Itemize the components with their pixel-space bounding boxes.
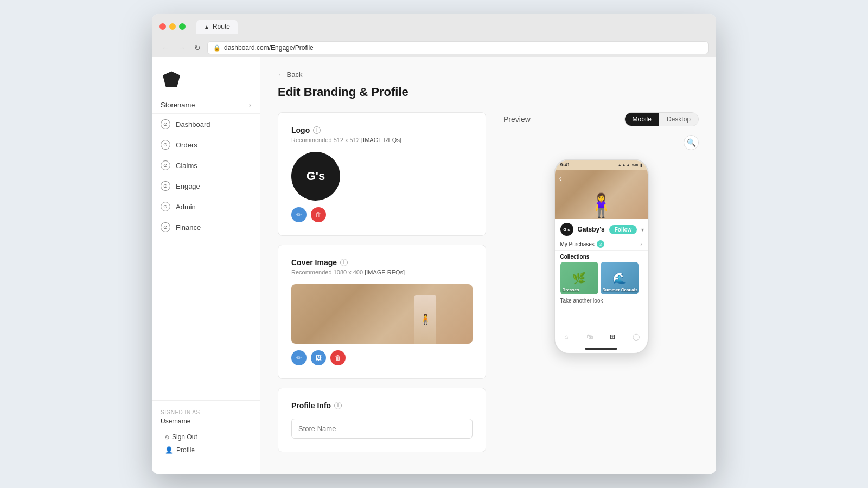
storename-row[interactable]: Storename › xyxy=(152,97,260,114)
phone-status-bar: 9:41 ▲▲▲ wifi ▮ xyxy=(555,160,648,170)
left-column: Logo i Recommended 512 x 512 [IMAGE REQs… xyxy=(278,112,486,461)
cover-delete-button[interactable]: 🗑 xyxy=(330,350,346,365)
signal-icon: ▲▲▲ xyxy=(617,163,630,168)
forward-nav-button[interactable]: → xyxy=(176,42,188,53)
purchases-badge: 3 xyxy=(597,240,604,248)
logo-actions: ✏ 🗑 xyxy=(291,207,473,222)
phone-home-indicator xyxy=(585,348,617,350)
cover-actions: ✏ 🖼 🗑 xyxy=(291,350,473,365)
collections-grid: 🌿 Dresses 🌊 Summer Casuals xyxy=(555,262,648,294)
claims-label: Claims xyxy=(176,162,197,170)
cover-info-icon[interactable]: i xyxy=(340,259,348,266)
back-button[interactable]: ← Back xyxy=(278,70,303,79)
logo-section-title: Logo i xyxy=(291,126,473,134)
admin-icon: ⊙ xyxy=(161,202,170,211)
sidebar-item-orders[interactable]: ⊙ Orders xyxy=(152,134,260,155)
collection-item-dresses[interactable]: 🌿 Dresses xyxy=(560,262,598,294)
profile-info-section: Profile Info i xyxy=(278,388,486,452)
cover-figure: 🧍 xyxy=(414,295,436,344)
phone-avatar-initials: G's xyxy=(563,227,570,232)
tab-label: Route xyxy=(213,23,230,30)
phone-nav-grid-icon[interactable]: ⊞ xyxy=(607,331,618,342)
store-name-input[interactable] xyxy=(291,419,473,439)
follow-button[interactable]: Follow xyxy=(609,225,637,234)
profile-info-title: Profile Info i xyxy=(291,401,473,410)
mobile-toggle-button[interactable]: Mobile xyxy=(625,113,659,126)
cover-image-req-link[interactable]: [IMAGE REQs] xyxy=(365,269,405,275)
status-icons: ▲▲▲ wifi ▮ xyxy=(617,163,642,168)
address-bar[interactable]: 🔒 dashboard.com/Engage/Profile xyxy=(207,41,709,54)
logo-edit-button[interactable]: ✏ xyxy=(291,207,307,222)
app-body: Storename › ⊙ Dashboard ⊙ Orders ⊙ Claim… xyxy=(152,57,716,474)
sidebar-logo xyxy=(152,66,260,97)
dashboard-icon: ⊙ xyxy=(161,119,170,129)
sidebar-item-admin[interactable]: ⊙ Admin xyxy=(152,196,260,217)
signed-in-label: SIGNED IN AS xyxy=(161,409,251,415)
sign-out-icon: ⎋ xyxy=(165,433,169,441)
sign-out-button[interactable]: ⎋ Sign Out xyxy=(161,431,251,444)
view-toggle: Mobile Desktop xyxy=(624,112,699,126)
back-nav-button[interactable]: ← xyxy=(159,42,171,53)
desktop-toggle-button[interactable]: Desktop xyxy=(659,113,698,126)
browser-nav: ← → ↻ 🔒 dashboard.com/Engage/Profile xyxy=(159,38,709,57)
phone-chevron-down-icon[interactable]: ▾ xyxy=(641,227,644,233)
page-title: Edit Branding & Profile xyxy=(278,85,699,99)
sidebar-item-claims[interactable]: ⊙ Claims xyxy=(152,155,260,176)
minimize-button[interactable] xyxy=(169,23,176,30)
logo-rec-text: Recommended 512 x 512 [IMAGE REQs] xyxy=(291,137,473,143)
profile-info-icon[interactable]: i xyxy=(334,402,342,409)
storename-chevron-icon: › xyxy=(249,101,251,109)
zoom-button[interactable]: 🔍 xyxy=(684,135,699,150)
cover-rec-text: Recommended 1080 x 400 [IMAGE REQs] xyxy=(291,269,473,275)
purchases-chevron-icon: › xyxy=(640,241,642,247)
reload-button[interactable]: ↻ xyxy=(192,42,203,53)
sidebar: Storename › ⊙ Dashboard ⊙ Orders ⊙ Claim… xyxy=(152,57,260,474)
logo-preview: G's xyxy=(291,152,340,201)
sign-out-label: Sign Out xyxy=(172,433,197,441)
phone-mockup: 9:41 ▲▲▲ wifi ▮ ‹ 🧍‍♀️ xyxy=(554,159,649,354)
lock-icon: 🔒 xyxy=(213,44,221,52)
storename-label: Storename xyxy=(161,101,195,109)
battery-icon: ▮ xyxy=(640,163,642,168)
browser-chrome: ▲ Route ← → ↻ 🔒 dashboard.com/Engage/Pro… xyxy=(152,14,716,57)
maximize-button[interactable] xyxy=(179,23,186,30)
admin-label: Admin xyxy=(176,203,196,211)
close-button[interactable] xyxy=(159,23,166,30)
zoom-area: 🔍 xyxy=(503,135,699,155)
phone-store-name: Gatsby's xyxy=(578,226,605,233)
sidebar-item-dashboard[interactable]: ⊙ Dashboard xyxy=(152,114,260,134)
phone-bottom-nav: ⌂ 🛍 ⊞ ◯ xyxy=(555,328,648,345)
cover-edit-button[interactable]: ✏ xyxy=(291,350,307,365)
my-purchases-label: My Purchases xyxy=(560,241,595,247)
sidebar-item-engage[interactable]: ⊙ Engage xyxy=(152,176,260,196)
app-logo-icon xyxy=(163,70,180,88)
profile-icon: 👤 xyxy=(165,446,173,454)
logo-info-icon[interactable]: i xyxy=(313,126,321,134)
route-icon: ▲ xyxy=(204,24,209,30)
phone-nav-profile-icon[interactable]: ◯ xyxy=(630,331,641,342)
collection-item-summer[interactable]: 🌊 Summer Casuals xyxy=(601,262,639,294)
engage-label: Engage xyxy=(176,182,200,190)
phone-back-arrow[interactable]: ‹ xyxy=(559,174,562,183)
cover-section: Cover Image i Recommended 1080 x 400 [IM… xyxy=(278,245,486,379)
sidebar-item-finance[interactable]: ⊙ Finance xyxy=(152,217,260,237)
phone-purchases-row[interactable]: My Purchases 3 › xyxy=(555,238,648,251)
engage-icon: ⊙ xyxy=(161,181,170,191)
phone-profile-row: G's Gatsby's Follow ▾ xyxy=(555,219,648,238)
logo-image-req-link[interactable]: [IMAGE REQs] xyxy=(361,137,401,143)
orders-label: Orders xyxy=(176,141,197,149)
profile-button[interactable]: 👤 Profile xyxy=(161,444,251,457)
back-label: ← Back xyxy=(278,70,303,79)
phone-hero-image: ‹ 🧍‍♀️ xyxy=(555,170,648,219)
hero-figure: 🧍‍♀️ xyxy=(587,192,615,219)
sidebar-bottom: SIGNED IN AS Username ⎋ Sign Out 👤 Profi… xyxy=(152,400,260,465)
phone-nav-home-icon[interactable]: ⌂ xyxy=(561,331,572,342)
browser-tab[interactable]: ▲ Route xyxy=(196,20,238,34)
phone-nav-bag-icon[interactable]: 🛍 xyxy=(584,331,595,342)
finance-label: Finance xyxy=(176,223,201,232)
preview-label: Preview xyxy=(503,115,531,124)
logo-delete-button[interactable]: 🗑 xyxy=(311,207,326,222)
cover-crop-button[interactable]: 🖼 xyxy=(311,350,326,365)
preview-header: Preview Mobile Desktop xyxy=(503,112,699,126)
status-time: 9:41 xyxy=(560,162,570,168)
